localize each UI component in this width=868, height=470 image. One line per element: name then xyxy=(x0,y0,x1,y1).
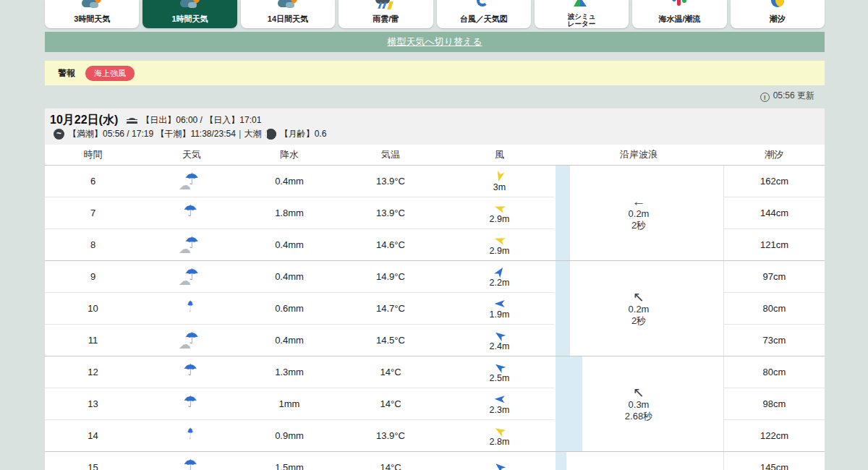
weather-cell: ☁☂ xyxy=(141,360,242,384)
tab-tide[interactable]: 潮汐 xyxy=(731,0,825,28)
tab-label: 14日間天気 xyxy=(241,14,335,25)
temp-value: 14°C xyxy=(336,367,445,377)
wave-direction-icon: ← xyxy=(554,195,723,208)
precip-value: 1.3mm xyxy=(242,367,336,377)
tab-label: 波シミュレーター xyxy=(535,13,629,27)
precip-value: 0.6mm xyxy=(242,303,336,314)
wind-speed: 2.4m xyxy=(490,342,510,351)
wind-speed: 2.8m xyxy=(490,437,510,447)
wind-direction-icon xyxy=(493,201,507,215)
umbrella-icon: ☂ xyxy=(184,170,199,189)
hour-value: 10 xyxy=(45,303,141,314)
temp-value: 13.9°C xyxy=(336,208,445,218)
moon-icon xyxy=(265,129,276,140)
tide-value: 121cm xyxy=(724,229,825,261)
wave-height: 0.2m xyxy=(554,208,723,220)
tab-rain-radar[interactable]: 雨雲/雷 xyxy=(339,0,433,28)
sea-temp-icon xyxy=(669,0,689,10)
tab-label: 海水温/潮流 xyxy=(632,14,726,25)
weather-cell: ☁☂ xyxy=(141,233,242,257)
temp-value: 14.6°C xyxy=(336,239,445,250)
hour-value: 15 xyxy=(45,462,141,470)
umbrella-icon: ☂ xyxy=(184,329,199,348)
wind-direction-icon xyxy=(491,459,508,470)
warning-label: 警報 xyxy=(58,67,75,80)
rain-thunder-icon xyxy=(375,0,396,10)
umbrella-icon: ☂ xyxy=(187,297,193,316)
weather-nav-tabs: 3時間天気 1時間天気 14日間天気 雨雲/雷 台風／天気図 波シミュレーター … xyxy=(45,0,825,28)
wind-speed: 2.3m xyxy=(490,406,510,415)
wind-cell: 2.9m xyxy=(445,202,554,224)
wind-direction-icon xyxy=(493,169,507,184)
temp-value: 14.5°C xyxy=(336,335,445,346)
temp-value: 14.9°C xyxy=(336,271,445,282)
tab-3hour-weather[interactable]: 3時間天気 xyxy=(45,0,139,28)
sunrise-icon xyxy=(127,115,137,126)
weather-cell: ☁☂ xyxy=(141,201,242,225)
col-header-weather: 天気 xyxy=(141,148,242,161)
wind-cell xyxy=(445,461,554,470)
hour-value: 13 xyxy=(45,398,141,409)
tide-value: 98cm xyxy=(724,388,825,420)
weather-icon xyxy=(82,0,102,10)
umbrella-icon: ☂ xyxy=(183,361,197,380)
wave-period: 2秒 xyxy=(554,220,723,231)
wind-speed: 1.9m xyxy=(490,310,510,320)
tide-value: 80cm xyxy=(724,356,825,388)
wave-group: ← 0.2m 2秒 xyxy=(554,166,723,261)
tide-value: 97cm xyxy=(724,261,825,293)
wave-period: 2.68秒 xyxy=(554,411,723,422)
update-time-row: !05:56 更新 xyxy=(45,90,825,104)
layout-switch-band: 横型天気へ切り替える xyxy=(45,32,825,52)
tide-column: 162cm 144cm 121cm 97cm 80cm 73cm 80cm 98… xyxy=(723,166,825,470)
tab-sea-temp-current[interactable]: 海水温/潮流 xyxy=(632,0,726,28)
table-row: 15 ☁☂ 1.5mm 14°C xyxy=(45,452,554,470)
hour-value: 9 xyxy=(45,271,141,282)
tab-wave-simulator[interactable]: 波シミュレーター xyxy=(535,0,629,28)
warning-badge[interactable]: 海上強風 xyxy=(85,66,135,81)
date-title: 10月22日(水) xyxy=(50,113,118,128)
col-header-precip: 降水 xyxy=(242,148,336,161)
weather-icon xyxy=(278,0,298,10)
table-body: 6 ☁☂ 0.4mm 13.9°C 3m 7 ☁☂ 1.8mm 13.9°C 2… xyxy=(45,166,825,470)
tab-14day-weather[interactable]: 14日間天気 xyxy=(241,0,335,28)
group-divider xyxy=(45,356,825,356)
hour-value: 11 xyxy=(45,335,141,346)
precip-value: 0.4mm xyxy=(242,239,336,250)
sunrise-sunset-times: 【日出】06:00 / 【日入】17:01 xyxy=(141,114,261,127)
hour-value: 8 xyxy=(45,239,141,250)
weather-cell: ☁☂ xyxy=(141,456,242,470)
tide-wave-icon xyxy=(54,129,64,140)
wave-period: 2秒 xyxy=(554,315,723,327)
wave-height: 0.3m xyxy=(554,399,723,411)
precip-value: 0.4mm xyxy=(242,176,336,187)
tab-label: 台風／天気図 xyxy=(437,14,531,25)
wind-speed: 2.5m xyxy=(490,374,510,383)
wind-cell: 2.5m xyxy=(445,362,554,383)
temp-value: 14°C xyxy=(336,462,445,470)
wind-speed: 2.2m xyxy=(490,278,510,288)
wave-simulator-icon xyxy=(571,0,592,10)
table-row: 7 ☁☂ 1.8mm 13.9°C 2.9m xyxy=(45,197,554,229)
tide-value: 145cm xyxy=(724,452,825,470)
hourly-rows: 6 ☁☂ 0.4mm 13.9°C 3m 7 ☁☂ 1.8mm 13.9°C 2… xyxy=(45,166,554,470)
col-header-time: 時間 xyxy=(45,148,141,161)
wave-height-bar xyxy=(556,452,566,470)
switch-to-horizontal-link[interactable]: 横型天気へ切り替える xyxy=(387,35,482,48)
tab-typhoon-chart[interactable]: 台風／天気図 xyxy=(437,0,531,28)
precip-value: 1mm xyxy=(242,398,336,409)
umbrella-icon: ☂ xyxy=(183,202,197,221)
hour-value: 7 xyxy=(45,208,141,218)
temp-value: 13.9°C xyxy=(336,176,445,187)
wind-direction-icon xyxy=(494,298,506,309)
tab-1hour-weather[interactable]: 1時間天気 xyxy=(142,0,237,28)
precip-value: 0.4mm xyxy=(242,271,336,282)
precip-value: 0.9mm xyxy=(242,430,336,441)
rain-weather-icon: ☁☂ xyxy=(179,360,204,382)
moon-age: 【月齢】0.6 xyxy=(280,128,327,140)
temp-value: 14.7°C xyxy=(336,303,445,314)
table-row: 11 ☁☂ 0.4mm 14.5°C 2.4m xyxy=(45,325,554,356)
precip-value: 0.4mm xyxy=(242,335,336,346)
weather-cell: ☁☂ xyxy=(141,169,242,193)
info-icon: ! xyxy=(760,93,770,102)
